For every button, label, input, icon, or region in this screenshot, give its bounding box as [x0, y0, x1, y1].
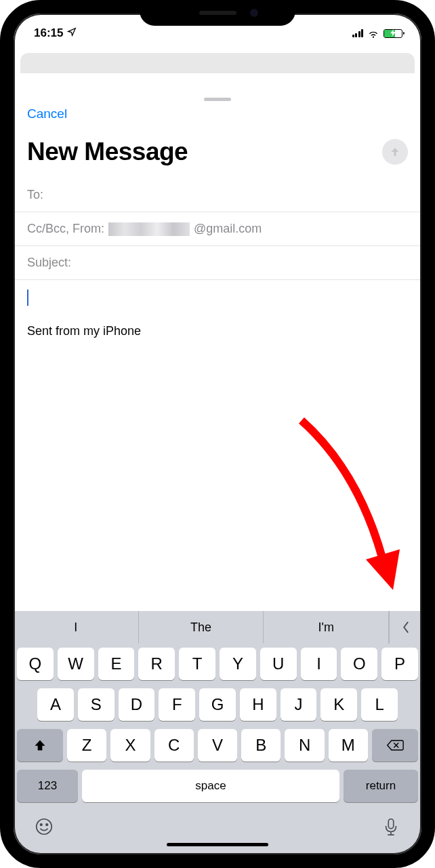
key-j[interactable]: J	[281, 688, 317, 721]
compose-sheet: Cancel New Message To: Cc/Bcc, From: @gm…	[14, 92, 421, 854]
key-b[interactable]: B	[241, 729, 281, 762]
volume-up-button	[0, 156, 1, 200]
sheet-backdrop	[20, 53, 415, 73]
key-h[interactable]: H	[240, 688, 276, 721]
toggle-format-bar-button[interactable]	[389, 611, 421, 644]
delete-key[interactable]	[372, 729, 418, 762]
key-z[interactable]: Z	[67, 729, 106, 762]
key-q[interactable]: Q	[17, 648, 54, 680]
to-label: To:	[27, 188, 43, 202]
key-f[interactable]: F	[159, 688, 195, 721]
shift-key[interactable]	[17, 729, 63, 762]
key-e[interactable]: E	[98, 648, 135, 680]
key-s[interactable]: S	[78, 688, 115, 721]
key-p[interactable]: P	[381, 648, 418, 680]
volume-down-button	[0, 210, 1, 254]
key-m[interactable]: M	[329, 729, 368, 762]
key-o[interactable]: O	[341, 648, 377, 680]
text-cursor	[27, 290, 28, 306]
key-k[interactable]: K	[320, 688, 357, 721]
mute-switch	[0, 112, 1, 136]
svg-point-2	[46, 823, 48, 825]
subject-label: Subject:	[27, 256, 71, 270]
email-signature: Sent from my iPhone	[27, 324, 408, 338]
prediction-3[interactable]: I'm	[264, 611, 389, 644]
from-domain: @gmail.com	[194, 222, 262, 236]
key-u[interactable]: U	[260, 648, 297, 680]
key-v[interactable]: V	[198, 729, 237, 762]
notch	[140, 0, 295, 26]
location-services-icon	[67, 26, 77, 40]
key-d[interactable]: D	[119, 688, 155, 721]
to-field[interactable]: To:	[14, 178, 421, 212]
space-key[interactable]: space	[82, 770, 339, 802]
key-n[interactable]: N	[285, 729, 324, 762]
key-l[interactable]: L	[361, 688, 398, 721]
home-indicator[interactable]	[167, 843, 268, 846]
cancel-button[interactable]: Cancel	[27, 106, 67, 121]
dictation-button[interactable]	[381, 816, 401, 839]
svg-point-0	[37, 818, 52, 834]
numbers-key[interactable]: 123	[17, 770, 78, 802]
from-address-redacted	[108, 222, 190, 236]
svg-point-1	[40, 823, 42, 825]
page-title: New Message	[27, 138, 188, 166]
prediction-bar: I The I'm	[14, 611, 421, 644]
key-i[interactable]: I	[301, 648, 337, 680]
ccbcc-from-label: Cc/Bcc, From:	[27, 222, 104, 236]
cellular-signal-icon	[352, 29, 364, 37]
key-c[interactable]: C	[154, 729, 194, 762]
emoji-button[interactable]	[34, 816, 54, 839]
send-button[interactable]	[382, 139, 408, 165]
svg-rect-3	[388, 818, 394, 828]
battery-icon	[384, 29, 402, 38]
return-key[interactable]: return	[344, 770, 418, 802]
key-g[interactable]: G	[199, 688, 236, 721]
wifi-icon	[367, 28, 379, 38]
key-y[interactable]: Y	[220, 648, 256, 680]
keyboard: I The I'm Q W E R T Y U I O P	[14, 611, 421, 854]
key-r[interactable]: R	[138, 648, 175, 680]
prediction-1[interactable]: I	[14, 611, 139, 644]
subject-field[interactable]: Subject:	[14, 246, 421, 280]
prediction-2[interactable]: The	[139, 611, 264, 644]
key-a[interactable]: A	[37, 688, 74, 721]
key-t[interactable]: T	[179, 648, 215, 680]
body-textarea[interactable]: Sent from my iPhone	[14, 280, 421, 611]
key-x[interactable]: X	[110, 729, 150, 762]
ccbcc-from-field[interactable]: Cc/Bcc, From: @gmail.com	[14, 212, 421, 246]
key-w[interactable]: W	[58, 648, 94, 680]
status-time: 16:15	[34, 26, 63, 40]
